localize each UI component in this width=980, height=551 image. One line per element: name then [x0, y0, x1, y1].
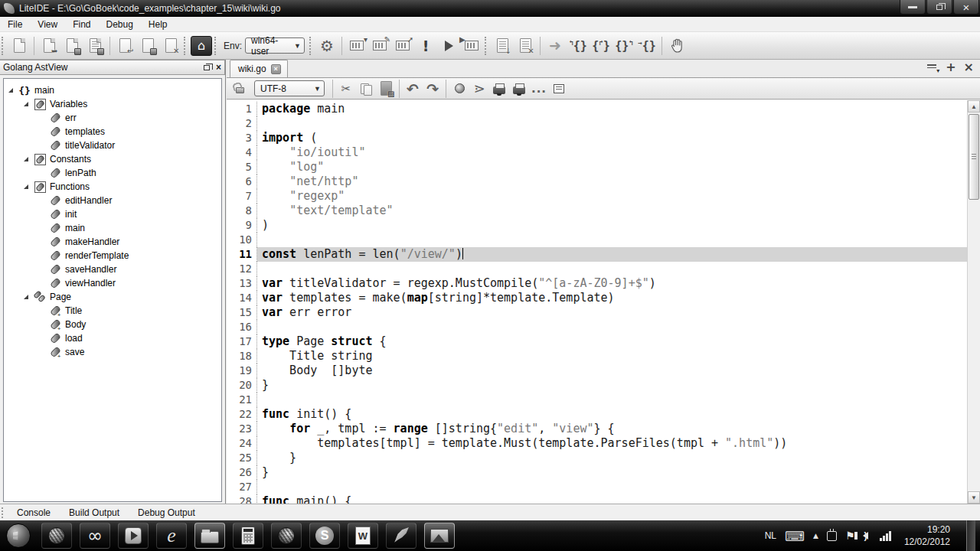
tree-item-main[interactable]: {}main: [4, 83, 221, 97]
tree-item-templates[interactable]: templates: [4, 125, 221, 139]
start-button[interactable]: [6, 523, 31, 548]
save-all-button[interactable]: [83, 35, 106, 57]
code-line-13[interactable]: 13var titleValidator = regexp.MustCompil…: [227, 276, 967, 291]
paste-button[interactable]: ▨: [376, 80, 396, 98]
tab-close-icon[interactable]: ×: [271, 64, 281, 74]
fold-all-button[interactable]: {}↰: [612, 35, 635, 57]
float-panel-icon[interactable]: [204, 65, 210, 70]
code-line-25[interactable]: 25 }: [227, 451, 967, 465]
import-doc-button[interactable]: ↓: [491, 35, 514, 57]
tree-item-lenPath[interactable]: lenPath: [4, 166, 221, 180]
taskbar-photo-viewer[interactable]: [424, 523, 455, 549]
open-file-button[interactable]: ➥: [38, 35, 60, 57]
tree-item-Title[interactable]: +Title: [4, 304, 221, 318]
goto-line-button[interactable]: [549, 80, 569, 98]
code-line-9[interactable]: 9): [227, 218, 967, 233]
build-and-run-button[interactable]: !: [414, 35, 437, 57]
tree-item-Page[interactable]: Page: [4, 290, 221, 304]
code-line-1[interactable]: 1package main: [227, 102, 967, 116]
print-preview-button[interactable]: [509, 80, 529, 98]
menu-item-view[interactable]: View: [30, 18, 65, 31]
code-viewport[interactable]: 1package main23import (4 "io/ioutil"5 "l…: [227, 100, 980, 504]
redo-button[interactable]: ↷: [423, 80, 443, 98]
tree-item-makeHandler[interactable]: makeHandler: [4, 235, 221, 249]
jump-forward-button[interactable]: ➜: [544, 35, 567, 57]
code-line-4[interactable]: 4 "io/ioutil": [227, 145, 967, 160]
code-line-6[interactable]: 6 "net/http": [227, 174, 967, 189]
debug-button[interactable]: ▶: [460, 35, 483, 57]
taskbar-calculator[interactable]: [233, 523, 263, 549]
new-file-button[interactable]: [8, 35, 31, 57]
output-tab-build-output[interactable]: Build Output: [60, 506, 129, 520]
taskbar-file-explorer[interactable]: [194, 523, 225, 549]
code-line-10[interactable]: 10: [227, 233, 967, 247]
menu-item-help[interactable]: Help: [141, 18, 175, 31]
export-doc-button[interactable]: ✕: [514, 35, 537, 57]
menu-item-file[interactable]: File: [0, 18, 30, 31]
revert-file-button[interactable]: ↩: [113, 35, 136, 57]
tree-item-save[interactable]: +save: [4, 345, 221, 359]
tree-item-Variables[interactable]: Variables: [4, 97, 221, 111]
taskbar-infinity-app[interactable]: ∞: [80, 523, 110, 549]
toolbar-grip[interactable]: [2, 37, 6, 55]
fold-outdent-button[interactable]: {↱}: [590, 35, 612, 57]
code-line-21[interactable]: 21: [227, 393, 967, 407]
tab-wiki-go[interactable]: wiki.go ×: [230, 60, 288, 77]
scroll-thumb[interactable]: [969, 114, 979, 200]
code-line-23[interactable]: 23 for _, tmpl := range []string{"edit",…: [227, 422, 967, 436]
code-line-15[interactable]: 15var err error: [227, 305, 967, 320]
close-file-button[interactable]: ✕: [159, 35, 182, 57]
taskbar-firefox[interactable]: [271, 523, 302, 549]
toolbar-grip[interactable]: [309, 37, 314, 55]
code-line-19[interactable]: 19 Body []byte: [227, 364, 967, 378]
record-macro-button[interactable]: [449, 80, 469, 98]
lock-button[interactable]: [230, 80, 250, 98]
tree-item-renderTemplate[interactable]: renderTemplate: [4, 249, 221, 262]
pan-button[interactable]: [665, 35, 688, 57]
taskbar-skype[interactable]: S: [309, 523, 340, 549]
code-line-8[interactable]: 8 "text/template": [227, 204, 967, 218]
close-panel-icon[interactable]: ×: [216, 63, 221, 72]
menu-item-find[interactable]: Find: [65, 18, 98, 31]
expander-icon[interactable]: [24, 157, 28, 161]
menu-item-debug[interactable]: Debug: [98, 18, 140, 31]
action-center-flag-icon[interactable]: ⚑: [845, 530, 855, 542]
code-line-12[interactable]: 12: [227, 262, 967, 276]
tree-item-init[interactable]: init: [4, 207, 221, 221]
test-button[interactable]: ➚: [391, 35, 414, 57]
export-button[interactable]: ⋗: [469, 80, 489, 98]
tree-item-titleValidator[interactable]: titleValidator: [4, 139, 221, 152]
fold-indent-button[interactable]: ↰{}: [567, 35, 590, 57]
code-line-20[interactable]: 20}: [227, 378, 967, 393]
code-line-7[interactable]: 7 "regexp": [227, 189, 967, 204]
expander-icon[interactable]: [24, 102, 28, 106]
tree-item-editHandler[interactable]: editHandler: [4, 194, 221, 207]
output-tab-debug-output[interactable]: Debug Output: [129, 506, 204, 520]
vertical-scrollbar[interactable]: ▲ ▼: [967, 100, 980, 504]
taskbar-liteide[interactable]: [386, 523, 416, 549]
close-editor-icon[interactable]: ×: [964, 60, 974, 74]
copy-button[interactable]: [356, 80, 376, 98]
restore-button[interactable]: [926, 0, 952, 15]
minimize-button[interactable]: [900, 0, 926, 15]
tree-item-Functions[interactable]: Functions: [4, 180, 221, 194]
tree-item-main[interactable]: main: [4, 221, 221, 235]
home-button[interactable]: ⌂: [191, 36, 212, 56]
toolbar-grip[interactable]: [485, 37, 489, 55]
split-add-icon[interactable]: +: [946, 60, 956, 74]
undo-button[interactable]: ↶: [403, 80, 423, 98]
more-button[interactable]: ...: [529, 80, 549, 98]
signal-strength-icon[interactable]: [880, 531, 891, 541]
expander-icon[interactable]: [24, 295, 28, 299]
code-line-28[interactable]: 28func main() {: [227, 494, 967, 504]
hidden-icons-arrow[interactable]: ▲: [813, 532, 818, 540]
output-tab-console[interactable]: Console: [8, 506, 60, 520]
code-line-5[interactable]: 5 "log": [227, 160, 967, 174]
taskbar-internet-explorer[interactable]: e: [156, 523, 187, 549]
scroll-up-icon[interactable]: ▲: [968, 100, 980, 112]
keyboard-icon[interactable]: ⌨: [785, 528, 805, 544]
run-button[interactable]: [437, 35, 460, 57]
env-select[interactable]: win64-user▼: [245, 37, 305, 54]
build-button[interactable]: ▾: [345, 35, 368, 57]
tree-item-Constants[interactable]: Constants: [4, 152, 221, 166]
